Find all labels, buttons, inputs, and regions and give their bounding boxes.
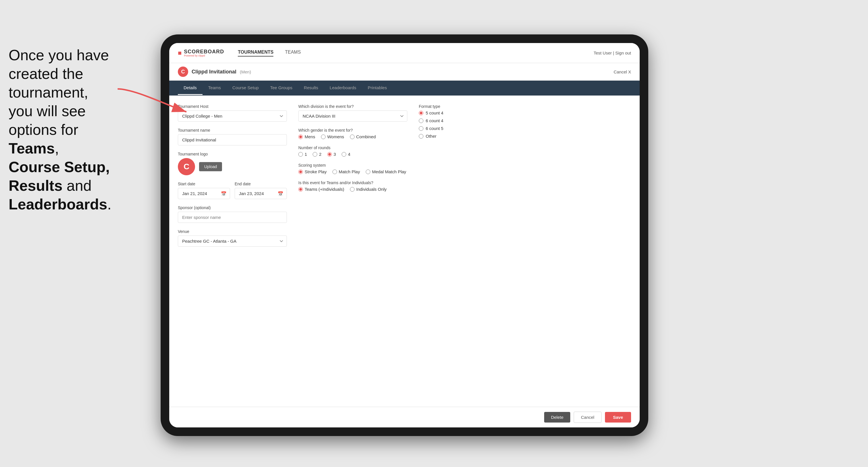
scoring-medal-match[interactable]: Medal Match Play <box>366 169 406 174</box>
rounds-3-radio[interactable] <box>327 152 332 157</box>
venue-group: Venue Peachtree GC - Atlanta - GA <box>178 229 287 247</box>
tournament-host-group: Tournament Host Clippd College - Men <box>178 104 287 122</box>
format-5count4[interactable]: 5 count 4 <box>419 111 499 115</box>
tab-printables[interactable]: Printables <box>362 81 393 95</box>
rounds-2-radio[interactable] <box>313 152 317 157</box>
tournament-name-label: Tournament name <box>178 128 287 132</box>
division-group: Which division is the event for? NCAA Di… <box>298 104 407 122</box>
logo-upload-area: C Upload <box>178 158 287 175</box>
tablet-device: ■ SCOREBOARD Powered by clippd TOURNAMEN… <box>161 34 648 436</box>
scoring-match[interactable]: Match Play <box>333 169 360 174</box>
format-other[interactable]: Other <box>419 134 499 138</box>
tournament-name-group: Tournament name <box>178 128 287 146</box>
gender-mens[interactable]: Mens <box>298 134 315 139</box>
rounds-radio-group: 1 2 3 4 <box>298 152 407 157</box>
form-middle-column: Which division is the event for? NCAA Di… <box>298 104 407 398</box>
breadcrumb-bar: C Clippd Invitational (Men) Cancel X <box>169 63 640 81</box>
tab-leaderboards[interactable]: Leaderboards <box>324 81 362 95</box>
nav-links: TOURNAMENTS TEAMS <box>238 50 301 57</box>
user-area: Test User | Sign out <box>593 51 631 55</box>
nav-tournaments[interactable]: TOURNAMENTS <box>238 50 273 57</box>
gender-womens-radio[interactable] <box>321 134 326 139</box>
individuals-only-radio[interactable] <box>350 187 354 192</box>
format-other-radio[interactable] <box>419 134 424 138</box>
rounds-4-radio[interactable] <box>342 152 346 157</box>
format-6count4-radio[interactable] <box>419 119 424 123</box>
venue-label: Venue <box>178 229 287 234</box>
rounds-group: Number of rounds 1 2 <box>298 146 407 157</box>
venue-select[interactable]: Peachtree GC - Atlanta - GA <box>178 236 287 247</box>
rounds-4[interactable]: 4 <box>342 152 350 157</box>
breadcrumb-left: C Clippd Invitational (Men) <box>178 67 251 77</box>
user-sign-out[interactable]: Test User | Sign out <box>593 51 631 55</box>
tab-results[interactable]: Results <box>298 81 324 95</box>
format-label: Format type <box>419 104 499 109</box>
rounds-2[interactable]: 2 <box>313 152 321 157</box>
tournament-name-input[interactable] <box>178 134 287 146</box>
sponsor-label: Sponsor (optional) <box>178 206 287 210</box>
scoring-radio-group: Stroke Play Match Play Medal Match Play <box>298 169 407 174</box>
scoring-medal-match-radio[interactable] <box>366 169 370 174</box>
sponsor-input[interactable] <box>178 212 287 223</box>
gender-combined-radio[interactable] <box>350 134 354 139</box>
rounds-3[interactable]: 3 <box>327 152 336 157</box>
individuals-only[interactable]: Individuals Only <box>350 187 387 192</box>
gender-group: Which gender is the event for? Mens Wome… <box>298 128 407 139</box>
format-5count4-radio[interactable] <box>419 111 424 115</box>
tab-details[interactable]: Details <box>178 81 203 95</box>
rounds-1-radio[interactable] <box>298 152 303 157</box>
date-row: Start date 📅 End date 📅 <box>178 182 287 199</box>
cancel-button[interactable]: Cancel <box>574 412 601 423</box>
end-date-label: End date <box>235 182 287 186</box>
upload-button[interactable]: Upload <box>199 162 222 171</box>
end-date-wrap: 📅 <box>235 188 287 199</box>
tab-bar: Details Teams Course Setup Tee Groups Re… <box>169 81 640 96</box>
logo-icon: ■ <box>178 49 182 57</box>
cancel-top-button[interactable]: Cancel X <box>614 69 631 74</box>
scoring-match-radio[interactable] <box>333 169 337 174</box>
gender-radio-group: Mens Womens Combined <box>298 134 407 139</box>
format-group: Format type 5 count 4 6 count 4 <box>419 104 499 138</box>
form-right-column: Format type 5 count 4 6 count 4 <box>419 104 499 398</box>
tournament-name: Clippd Invitational <box>192 69 236 75</box>
tournament-logo-label: Tournament logo <box>178 152 287 156</box>
delete-button[interactable]: Delete <box>544 412 570 423</box>
gender-combined[interactable]: Combined <box>350 134 376 139</box>
format-radio-col: 5 count 4 6 count 4 6 count 5 <box>419 111 499 138</box>
tab-course-setup[interactable]: Course Setup <box>227 81 265 95</box>
division-label: Which division is the event for? <box>298 104 407 109</box>
teams-radio-group: Teams (+Individuals) Individuals Only <box>298 187 407 192</box>
top-navigation: ■ SCOREBOARD Powered by clippd TOURNAMEN… <box>169 43 640 63</box>
format-6count5[interactable]: 6 count 5 <box>419 126 499 131</box>
tablet-screen: ■ SCOREBOARD Powered by clippd TOURNAMEN… <box>169 43 640 428</box>
start-date-label: Start date <box>178 182 230 186</box>
logo-circle: C <box>178 158 195 175</box>
logo-sub: Powered by clippd <box>184 54 224 57</box>
gender-womens[interactable]: Womens <box>321 134 344 139</box>
teams-plus-individuals[interactable]: Teams (+Individuals) <box>298 187 344 192</box>
gender-mens-radio[interactable] <box>298 134 303 139</box>
teams-label: Is this event for Teams and/or Individua… <box>298 181 407 185</box>
sponsor-group: Sponsor (optional) <box>178 206 287 223</box>
instructional-text: Once you have created the tournament, yo… <box>0 46 123 214</box>
start-date-col: Start date 📅 <box>178 182 230 199</box>
tournament-host-select[interactable]: Clippd College - Men <box>178 111 287 122</box>
format-6count4[interactable]: 6 count 4 <box>419 118 499 123</box>
nav-teams[interactable]: TEAMS <box>285 50 301 57</box>
bottom-action-bar: Delete Cancel Save <box>169 407 640 428</box>
division-select[interactable]: NCAA Division III <box>298 111 407 122</box>
scoring-group: Scoring system Stroke Play Match Play <box>298 163 407 174</box>
logo-text: SCOREBOARD <box>184 49 224 55</box>
format-6count5-radio[interactable] <box>419 126 424 131</box>
save-button[interactable]: Save <box>605 412 631 423</box>
scoring-stroke[interactable]: Stroke Play <box>298 169 327 174</box>
scoring-stroke-radio[interactable] <box>298 169 303 174</box>
start-date-icon: 📅 <box>221 191 227 196</box>
tab-tee-groups[interactable]: Tee Groups <box>265 81 298 95</box>
rounds-label: Number of rounds <box>298 146 407 150</box>
tab-teams[interactable]: Teams <box>203 81 227 95</box>
tournament-logo-group: Tournament logo C Upload <box>178 152 287 175</box>
rounds-1[interactable]: 1 <box>298 152 307 157</box>
teams-plus-radio[interactable] <box>298 187 303 192</box>
gender-label: Which gender is the event for? <box>298 128 407 132</box>
